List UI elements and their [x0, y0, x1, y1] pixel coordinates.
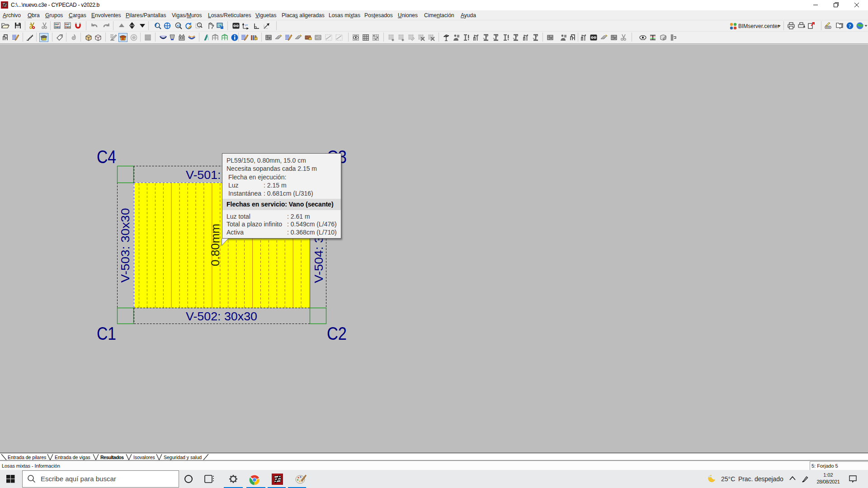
- svg-text:C4: C4: [97, 147, 116, 167]
- svg-text:V-502: 30x30: V-502: 30x30: [186, 310, 257, 323]
- svg-text:C1: C1: [97, 324, 116, 343]
- svg-text:V-503: 30x30: V-503: 30x30: [118, 208, 132, 283]
- svg-text:AB: AB: [42, 38, 47, 41]
- svg-text:DWG: DWG: [55, 26, 60, 28]
- svg-text:x2: x2: [177, 24, 180, 27]
- svg-text:?: ?: [849, 23, 851, 28]
- svg-text:yx: yx: [245, 23, 248, 26]
- svg-text:DWG: DWG: [65, 26, 71, 28]
- svg-text:0.80mm: 0.80mm: [208, 224, 222, 266]
- svg-text:C2: C2: [327, 324, 347, 343]
